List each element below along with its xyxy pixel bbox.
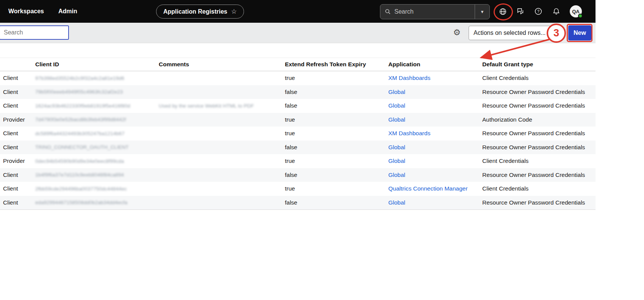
table-body: Client97b398ed35524b2c9f32a4c2a81e19d6tr… xyxy=(0,71,596,210)
application-link[interactable]: Global xyxy=(388,199,482,206)
grant-type-cell: Resource Owner Password Credentials xyxy=(482,89,596,95)
client-id-cell: eda92994467158508dd0b2ab34dd4ecfa xyxy=(35,200,159,205)
favorite-star-icon[interactable]: ☆ xyxy=(231,8,237,15)
topbar-icons: ? QA xyxy=(499,0,582,23)
table-row[interactable]: Clienteda92994467158508dd0b2ab34dd4ecfaf… xyxy=(0,196,596,210)
extend-refresh-cell: true xyxy=(284,75,388,81)
column-header: Comments xyxy=(159,61,284,68)
table-row[interactable]: Client1b4f9f6a37e7d110c9eeb8046f84ca894f… xyxy=(0,168,596,182)
client-id-cell: TRINO_CONNECTOR_OAUTH_CLIENT xyxy=(35,144,159,150)
extend-refresh-cell: true xyxy=(284,130,388,137)
comments-cell: Used by the service WebKit HTML to PDF xyxy=(159,103,284,109)
avatar-initials: QA xyxy=(572,9,580,14)
type-cell: Provider xyxy=(0,116,35,123)
type-cell: Client xyxy=(0,130,35,137)
extend-refresh-cell: false xyxy=(284,89,388,95)
page-title-pill[interactable]: Application Registries ☆ xyxy=(156,5,244,19)
global-search-placeholder: Search xyxy=(394,8,414,15)
type-cell: Client xyxy=(0,75,35,81)
client-id-cell: 7d4790f3e0e52bacd8b3feb43f99d8442f xyxy=(35,117,159,122)
type-cell: Client xyxy=(0,172,35,178)
table-row[interactable]: Client79b5f00eeeb4949f05c4963fc32af2e23f… xyxy=(0,85,596,99)
search-scope-dropdown[interactable]: ▼ xyxy=(475,5,489,19)
notifications-bell-icon[interactable] xyxy=(552,7,560,16)
grant-type-cell: Resource Owner Password Credentials xyxy=(482,102,596,109)
application-link[interactable]: XM Dashboards xyxy=(388,75,482,81)
svg-text:?: ? xyxy=(537,9,539,14)
actions-dropdown-label: Actions on selected rows... xyxy=(474,30,546,36)
extend-refresh-cell: false xyxy=(284,144,388,151)
page-title: Application Registries xyxy=(163,8,227,15)
registries-table: Client IDCommentsExtend Refresh Token Ex… xyxy=(0,58,596,210)
column-header: Client ID xyxy=(35,61,159,68)
nav-workspaces[interactable]: Workspaces xyxy=(8,8,44,15)
type-cell: Client xyxy=(0,144,35,151)
extend-refresh-cell: false xyxy=(284,199,388,206)
extend-refresh-cell: false xyxy=(284,172,388,178)
application-link[interactable]: Global xyxy=(388,172,482,178)
table-search-input[interactable] xyxy=(0,25,69,40)
application-link[interactable]: Global xyxy=(388,144,482,151)
grant-type-cell: Resource Owner Password Credentials xyxy=(482,199,596,206)
table-row[interactable]: Clientdc589f6a44324493b305247ba1214b67tr… xyxy=(0,127,596,141)
table-row[interactable]: Client2fbb59cde294496ba0037750dc44844ect… xyxy=(0,182,596,196)
grant-type-cell: Resource Owner Password Credentials xyxy=(482,172,596,178)
application-link[interactable]: Global xyxy=(388,116,482,123)
new-button[interactable]: New xyxy=(568,25,591,41)
column-header: Extend Refresh Token Expiry xyxy=(284,61,388,68)
table-row[interactable]: ClientTRINO_CONNECTOR_OAUTH_CLIENTfalseG… xyxy=(0,141,596,155)
application-registries-page: Workspaces Admin Application Registries … xyxy=(0,0,596,300)
type-cell: Client xyxy=(0,185,35,192)
top-navigation-bar: Workspaces Admin Application Registries … xyxy=(0,0,596,23)
type-cell: Client xyxy=(0,89,35,95)
table-row[interactable]: Client1624ac93b4622330f9eb81919f5e416f80… xyxy=(0,99,596,113)
settings-gear-icon[interactable]: ⚙ xyxy=(452,25,462,40)
application-link[interactable]: Global xyxy=(388,158,482,164)
grant-type-cell: Resource Owner Password Credentials xyxy=(482,130,596,137)
table-row[interactable]: Provider7d4790f3e0e52bacd8b3feb43f99d844… xyxy=(0,113,596,127)
grant-type-cell: Resource Owner Password Credentials xyxy=(482,144,596,151)
client-id-cell: 97b398ed35524b2c9f32a4c2a81e19d6 xyxy=(35,75,159,81)
application-link[interactable]: XM Dashboards xyxy=(388,130,482,137)
client-id-cell: 1b4f9f6a37e7d110c9eeb8046f84ca894 xyxy=(35,172,159,178)
application-link[interactable]: Qualtrics Connection Manager xyxy=(388,185,482,192)
client-id-cell: 1624ac93b4622330f9eb81919f5e416f80d xyxy=(35,103,159,109)
extend-refresh-cell: true xyxy=(284,116,388,123)
grant-type-cell: Client Credentials xyxy=(482,158,596,164)
extend-refresh-cell: true xyxy=(284,158,388,164)
feedback-chat-icon[interactable] xyxy=(516,7,525,16)
grant-type-cell: Client Credentials xyxy=(482,185,596,192)
table-toolbar: ⚙ Actions on selected rows... New xyxy=(0,23,596,43)
table-row[interactable]: Provider0dec94b54590b90d9e34e0eec8f99cda… xyxy=(0,154,596,168)
type-cell: Client xyxy=(0,102,35,109)
extend-refresh-cell: true xyxy=(284,185,388,192)
application-link[interactable]: Global xyxy=(388,102,482,109)
actions-dropdown[interactable]: Actions on selected rows... xyxy=(469,26,561,40)
help-icon[interactable]: ? xyxy=(534,7,542,16)
extend-refresh-cell: false xyxy=(284,102,388,109)
client-id-cell: 2fbb59cde294496ba0037750dc44844ec xyxy=(35,186,159,192)
column-header: Application xyxy=(388,61,482,68)
avatar[interactable]: QA xyxy=(570,5,582,17)
column-header: Default Grant type xyxy=(482,61,596,68)
grant-type-cell: Authorization Code xyxy=(482,116,596,123)
client-id-cell: dc589f6a44324493b305247ba1214b67 xyxy=(35,131,159,136)
globe-icon[interactable] xyxy=(499,7,507,16)
search-icon xyxy=(385,9,391,15)
table-header-row: Client IDCommentsExtend Refresh Token Ex… xyxy=(0,58,596,71)
type-cell: Provider xyxy=(0,158,35,164)
grant-type-cell: Client Credentials xyxy=(482,75,596,81)
client-id-cell: 79b5f00eeeb4949f05c4963fc32af2e23 xyxy=(35,89,159,95)
nav-admin[interactable]: Admin xyxy=(58,8,77,15)
global-search-box[interactable]: Search ▼ xyxy=(380,4,490,19)
application-link[interactable]: Global xyxy=(388,89,482,95)
table-row[interactable]: Client97b398ed35524b2c9f32a4c2a81e19d6tr… xyxy=(0,71,596,85)
client-id-cell: 0dec94b54590b90d9e34e0eec8f99cda xyxy=(35,158,159,164)
primary-nav: Workspaces Admin xyxy=(8,0,77,23)
type-cell: Client xyxy=(0,199,35,206)
online-status-dot xyxy=(578,14,583,18)
